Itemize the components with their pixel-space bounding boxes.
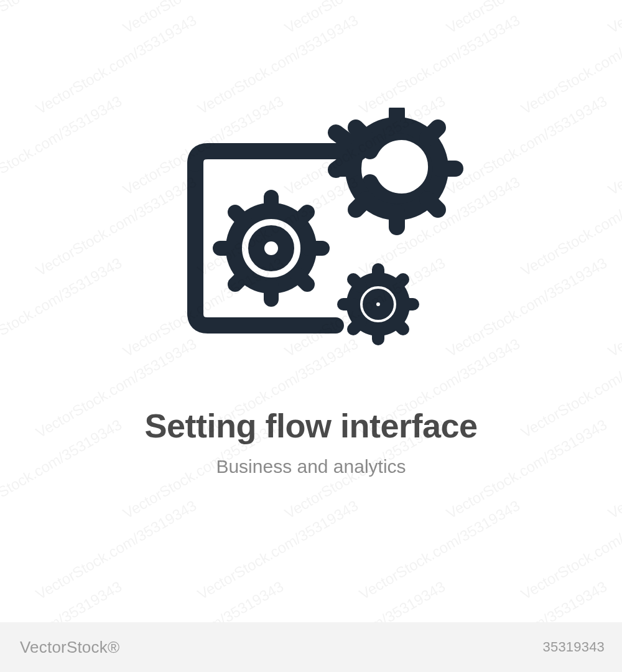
svg-line-22 [396, 279, 403, 287]
svg-point-10 [256, 233, 286, 263]
attribution-bar: VectorStock® 35319343 [0, 622, 622, 672]
svg-line-18 [235, 212, 245, 222]
svg-line-16 [235, 274, 245, 284]
preview-canvas: VectorStock.com/35319343VectorStock.com/… [0, 0, 622, 622]
svg-line-2 [427, 128, 438, 138]
svg-line-12 [297, 212, 307, 222]
svg-line-8 [356, 128, 366, 138]
svg-line-24 [396, 322, 403, 329]
svg-line-6 [356, 199, 366, 210]
svg-line-28 [353, 279, 361, 287]
setting-flow-interface-icon [149, 108, 473, 357]
svg-line-14 [297, 274, 307, 284]
icon-title: Setting flow interface [144, 406, 477, 445]
icon-subtitle: Business and analytics [216, 456, 406, 477]
svg-line-26 [353, 322, 361, 329]
svg-point-20 [369, 296, 387, 313]
brand-label: VectorStock® [20, 638, 119, 657]
stock-id-label: 35319343 [543, 639, 605, 655]
svg-line-4 [427, 199, 438, 210]
